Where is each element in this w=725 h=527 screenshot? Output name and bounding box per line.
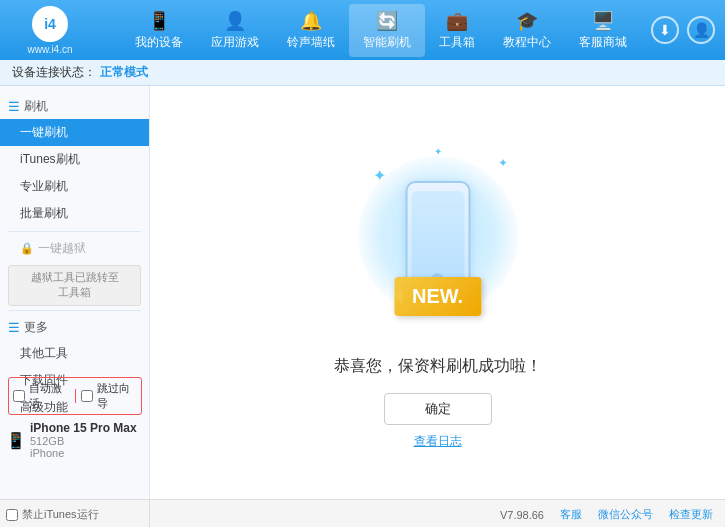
phone-body [405,181,470,291]
flash-section-header: ☰ 刷机 [0,94,149,119]
status-bar: 设备连接状态： 正常模式 [0,60,725,86]
user-button[interactable]: 👤 [687,16,715,44]
more-section-icon: ☰ [8,320,20,335]
new-badge: NEW. [394,277,481,316]
nav-apps-games[interactable]: 👤 应用游戏 [197,4,273,57]
auto-activate-label: 自动激活 [29,381,69,411]
nav-service[interactable]: 🖥️ 客服商城 [565,4,641,57]
sidebar-item-pro-flash[interactable]: 专业刷机 [0,173,149,200]
service-icon: 🖥️ [592,10,614,32]
nav-my-device[interactable]: 📱 我的设备 [121,4,197,57]
content-area: ✦ ✦ ✦ NEW. 恭喜您，保资料刷机成功啦！ 确定 查看日志 [150,86,725,499]
star-top-icon: ✦ [434,146,442,157]
version-label: V7.98.66 [500,509,544,521]
guide-activate-label: 跳过向导 [97,381,137,411]
nav-toolbox[interactable]: 💼 工具箱 [425,4,489,57]
guide-activate-checkbox[interactable] [81,390,93,402]
sidebar-item-batch-flash[interactable]: 批量刷机 [0,200,149,227]
device-details: iPhone 15 Pro Max 512GB iPhone [30,421,137,459]
view-log-link[interactable]: 查看日志 [414,433,462,450]
device-info-sidebar: 📱 iPhone 15 Pro Max 512GB iPhone [4,417,146,463]
phone-screen [411,191,464,281]
sidebar: ☰ 刷机 一键刷机 iTunes刷机 专业刷机 批量刷机 🔒 一键越狱 越狱工具… [0,86,150,499]
star-right-icon: ✦ [498,156,508,170]
nav-tutorial[interactable]: 🎓 教程中心 [489,4,565,57]
auto-activate-checkbox[interactable] [13,390,25,402]
footer-right: V7.98.66 客服 微信公众号 检查更新 [150,500,725,527]
auto-row-divider [75,389,76,403]
footer: 禁止iTunes运行 V7.98.66 客服 微信公众号 检查更新 [0,499,725,527]
confirm-button[interactable]: 确定 [384,393,492,425]
jailbreak-disabled-note: 越狱工具已跳转至 工具箱 [8,265,141,306]
sidebar-item-one-key-flash[interactable]: 一键刷机 [0,119,149,146]
itunes-checkbox[interactable] [6,509,18,521]
new-ribbon-text: NEW. [394,277,481,316]
device-phone-icon: 📱 [6,431,26,450]
sidebar-bottom-controls: 自动激活 跳过向导 📱 iPhone 15 Pro Max 512GB iPho… [0,371,150,467]
sidebar-item-other-tools[interactable]: 其他工具 [0,340,149,367]
status-prefix: 设备连接状态： [12,64,96,81]
smart-flash-icon: 🔄 [376,10,398,32]
ringtone-icon: 🔔 [300,10,322,32]
auto-activate-row: 自动激活 跳过向导 [8,377,142,415]
logo-subtitle: www.i4.cn [27,44,72,55]
more-section-header: ☰ 更多 [0,315,149,340]
flash-section-icon: ☰ [8,99,20,114]
toolbox-icon: 💼 [446,10,468,32]
status-mode: 正常模式 [100,64,148,81]
logo-area: i4 www.i4.cn [10,6,90,55]
header-right: ⬇ 👤 [651,16,715,44]
device-storage: 512GB [30,435,137,447]
apps-games-icon: 👤 [224,10,246,32]
footer-check-update[interactable]: 检查更新 [669,507,713,522]
nav-ringtone[interactable]: 🔔 铃声墙纸 [273,4,349,57]
tutorial-icon: 🎓 [516,10,538,32]
device-name: iPhone 15 Pro Max [30,421,137,435]
phone-illustration: ✦ ✦ ✦ NEW. [348,136,528,336]
nav-bar: 📱 我的设备 👤 应用游戏 🔔 铃声墙纸 🔄 智能刷机 💼 工具箱 🎓 教程中心… [110,4,651,57]
star-left-icon: ✦ [373,166,386,185]
nav-smart-flash[interactable]: 🔄 智能刷机 [349,4,425,57]
logo-icon: i4 [32,6,68,42]
sidebar-divider-1 [8,231,141,232]
sidebar-item-itunes-flash[interactable]: iTunes刷机 [0,146,149,173]
itunes-label: 禁止iTunes运行 [22,507,99,522]
sidebar-divider-2 [8,310,141,311]
header: i4 www.i4.cn 📱 我的设备 👤 应用游戏 🔔 铃声墙纸 🔄 智能刷机… [0,0,725,60]
sidebar-disabled-jailbreak: 🔒 一键越狱 [0,236,149,261]
footer-customer-service[interactable]: 客服 [560,507,582,522]
footer-wechat[interactable]: 微信公众号 [598,507,653,522]
footer-left: 禁止iTunes运行 [0,500,150,527]
download-button[interactable]: ⬇ [651,16,679,44]
device-type: iPhone [30,447,137,459]
main-layout: ☰ 刷机 一键刷机 iTunes刷机 专业刷机 批量刷机 🔒 一键越狱 越狱工具… [0,86,725,499]
success-message: 恭喜您，保资料刷机成功啦！ [334,356,542,377]
my-device-icon: 📱 [148,10,170,32]
